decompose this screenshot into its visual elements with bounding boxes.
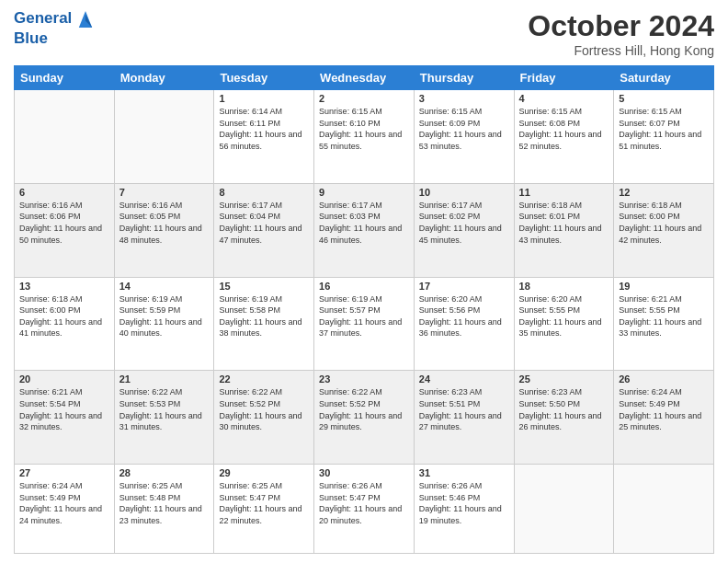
table-row: 31Sunrise: 6:26 AM Sunset: 5:46 PM Dayli… xyxy=(414,465,514,554)
table-row: 24Sunrise: 6:23 AM Sunset: 5:51 PM Dayli… xyxy=(414,371,514,465)
col-thursday: Thursday xyxy=(414,66,514,90)
table-row: 4Sunrise: 6:15 AM Sunset: 6:08 PM Daylig… xyxy=(514,90,614,184)
day-number: 21 xyxy=(119,373,210,385)
day-info: Sunrise: 6:21 AM Sunset: 5:55 PM Dayligh… xyxy=(619,293,709,339)
day-number: 18 xyxy=(519,281,609,292)
table-row: 25Sunrise: 6:23 AM Sunset: 5:50 PM Dayli… xyxy=(514,371,614,465)
col-friday: Friday xyxy=(514,66,614,90)
table-row: 26Sunrise: 6:24 AM Sunset: 5:49 PM Dayli… xyxy=(614,371,714,465)
table-row: 7Sunrise: 6:16 AM Sunset: 6:05 PM Daylig… xyxy=(114,183,214,277)
location-subtitle: Fortress Hill, Hong Kong xyxy=(528,43,714,58)
col-monday: Monday xyxy=(114,66,214,90)
day-number: 6 xyxy=(19,187,109,198)
day-number: 11 xyxy=(519,187,609,198)
day-info: Sunrise: 6:19 AM Sunset: 5:59 PM Dayligh… xyxy=(119,293,210,339)
table-row: 1Sunrise: 6:14 AM Sunset: 6:11 PM Daylig… xyxy=(214,90,314,184)
header: General Blue October 2024 Fortress Hill,… xyxy=(14,9,714,58)
table-row: 11Sunrise: 6:18 AM Sunset: 6:01 PM Dayli… xyxy=(514,183,614,277)
day-number: 14 xyxy=(119,281,210,292)
day-info: Sunrise: 6:16 AM Sunset: 6:05 PM Dayligh… xyxy=(119,200,210,246)
day-info: Sunrise: 6:19 AM Sunset: 5:58 PM Dayligh… xyxy=(219,293,309,339)
col-tuesday: Tuesday xyxy=(214,66,314,90)
day-info: Sunrise: 6:18 AM Sunset: 6:01 PM Dayligh… xyxy=(519,200,609,246)
table-row: 5Sunrise: 6:15 AM Sunset: 6:07 PM Daylig… xyxy=(614,90,714,184)
day-number: 15 xyxy=(219,281,309,292)
day-number: 13 xyxy=(19,281,109,292)
day-number: 1 xyxy=(219,93,309,104)
day-info: Sunrise: 6:25 AM Sunset: 5:47 PM Dayligh… xyxy=(219,480,309,526)
day-info: Sunrise: 6:18 AM Sunset: 6:00 PM Dayligh… xyxy=(19,293,109,339)
day-info: Sunrise: 6:17 AM Sunset: 6:02 PM Dayligh… xyxy=(419,200,509,246)
table-row: 9Sunrise: 6:17 AM Sunset: 6:03 PM Daylig… xyxy=(314,183,415,277)
table-row: 3Sunrise: 6:15 AM Sunset: 6:09 PM Daylig… xyxy=(414,90,514,184)
day-number: 8 xyxy=(219,187,309,198)
day-info: Sunrise: 6:23 AM Sunset: 5:51 PM Dayligh… xyxy=(419,386,509,432)
day-info: Sunrise: 6:25 AM Sunset: 5:48 PM Dayligh… xyxy=(119,480,210,526)
day-number: 19 xyxy=(619,281,709,292)
day-info: Sunrise: 6:22 AM Sunset: 5:52 PM Dayligh… xyxy=(219,386,309,432)
month-title: October 2024 xyxy=(528,9,714,43)
table-row: 16Sunrise: 6:19 AM Sunset: 5:57 PM Dayli… xyxy=(314,277,415,371)
logo: General Blue xyxy=(14,9,95,48)
day-number: 3 xyxy=(419,93,509,104)
day-info: Sunrise: 6:15 AM Sunset: 6:09 PM Dayligh… xyxy=(419,106,509,152)
table-row: 6Sunrise: 6:16 AM Sunset: 6:06 PM Daylig… xyxy=(15,183,115,277)
table-row xyxy=(114,90,214,184)
day-info: Sunrise: 6:23 AM Sunset: 5:50 PM Dayligh… xyxy=(519,386,609,432)
calendar-week-row: 20Sunrise: 6:21 AM Sunset: 5:54 PM Dayli… xyxy=(15,371,714,465)
logo-text: General xyxy=(14,9,95,29)
day-info: Sunrise: 6:15 AM Sunset: 6:08 PM Dayligh… xyxy=(519,106,609,152)
day-number: 12 xyxy=(619,187,709,198)
table-row: 18Sunrise: 6:20 AM Sunset: 5:55 PM Dayli… xyxy=(514,277,614,371)
day-number: 30 xyxy=(319,467,409,478)
logo-line2: Blue xyxy=(14,29,95,48)
day-info: Sunrise: 6:14 AM Sunset: 6:11 PM Dayligh… xyxy=(219,106,309,152)
page: General Blue October 2024 Fortress Hill,… xyxy=(0,0,728,563)
day-number: 4 xyxy=(519,93,609,104)
table-row: 22Sunrise: 6:22 AM Sunset: 5:52 PM Dayli… xyxy=(214,371,314,465)
day-number: 5 xyxy=(619,93,709,104)
table-row: 14Sunrise: 6:19 AM Sunset: 5:59 PM Dayli… xyxy=(114,277,214,371)
day-number: 31 xyxy=(419,467,509,478)
day-info: Sunrise: 6:24 AM Sunset: 5:49 PM Dayligh… xyxy=(619,386,709,432)
day-info: Sunrise: 6:18 AM Sunset: 6:00 PM Dayligh… xyxy=(619,200,709,246)
day-number: 17 xyxy=(419,281,509,292)
calendar: Sunday Monday Tuesday Wednesday Thursday… xyxy=(14,65,714,554)
table-row: 10Sunrise: 6:17 AM Sunset: 6:02 PM Dayli… xyxy=(414,183,514,277)
day-info: Sunrise: 6:17 AM Sunset: 6:04 PM Dayligh… xyxy=(219,200,309,246)
table-row: 13Sunrise: 6:18 AM Sunset: 6:00 PM Dayli… xyxy=(15,277,115,371)
col-wednesday: Wednesday xyxy=(314,66,415,90)
day-info: Sunrise: 6:26 AM Sunset: 5:46 PM Dayligh… xyxy=(419,480,509,526)
col-sunday: Sunday xyxy=(15,66,115,90)
day-info: Sunrise: 6:17 AM Sunset: 6:03 PM Dayligh… xyxy=(319,200,409,246)
table-row: 23Sunrise: 6:22 AM Sunset: 5:52 PM Dayli… xyxy=(314,371,415,465)
table-row: 19Sunrise: 6:21 AM Sunset: 5:55 PM Dayli… xyxy=(614,277,714,371)
day-info: Sunrise: 6:20 AM Sunset: 5:55 PM Dayligh… xyxy=(519,293,609,339)
day-number: 23 xyxy=(319,373,409,385)
day-info: Sunrise: 6:20 AM Sunset: 5:56 PM Dayligh… xyxy=(419,293,509,339)
table-row: 12Sunrise: 6:18 AM Sunset: 6:00 PM Dayli… xyxy=(614,183,714,277)
table-row: 21Sunrise: 6:22 AM Sunset: 5:53 PM Dayli… xyxy=(114,371,214,465)
day-number: 28 xyxy=(119,467,210,478)
day-info: Sunrise: 6:22 AM Sunset: 5:52 PM Dayligh… xyxy=(319,386,409,432)
day-number: 27 xyxy=(19,467,109,478)
day-number: 29 xyxy=(219,467,309,478)
day-info: Sunrise: 6:19 AM Sunset: 5:57 PM Dayligh… xyxy=(319,293,409,339)
table-row: 17Sunrise: 6:20 AM Sunset: 5:56 PM Dayli… xyxy=(414,277,514,371)
day-number: 20 xyxy=(19,373,109,385)
calendar-header-row: Sunday Monday Tuesday Wednesday Thursday… xyxy=(15,66,714,90)
day-info: Sunrise: 6:21 AM Sunset: 5:54 PM Dayligh… xyxy=(19,386,109,432)
day-number: 2 xyxy=(319,93,409,104)
day-number: 22 xyxy=(219,373,309,385)
day-info: Sunrise: 6:15 AM Sunset: 6:07 PM Dayligh… xyxy=(619,106,709,152)
day-number: 10 xyxy=(419,187,509,198)
table-row xyxy=(15,90,115,184)
table-row: 20Sunrise: 6:21 AM Sunset: 5:54 PM Dayli… xyxy=(15,371,115,465)
calendar-week-row: 27Sunrise: 6:24 AM Sunset: 5:49 PM Dayli… xyxy=(15,465,714,554)
day-number: 9 xyxy=(319,187,409,198)
calendar-week-row: 13Sunrise: 6:18 AM Sunset: 6:00 PM Dayli… xyxy=(15,277,714,371)
day-number: 26 xyxy=(619,373,709,385)
day-number: 25 xyxy=(519,373,609,385)
day-info: Sunrise: 6:24 AM Sunset: 5:49 PM Dayligh… xyxy=(19,480,109,526)
table-row: 30Sunrise: 6:26 AM Sunset: 5:47 PM Dayli… xyxy=(314,465,415,554)
